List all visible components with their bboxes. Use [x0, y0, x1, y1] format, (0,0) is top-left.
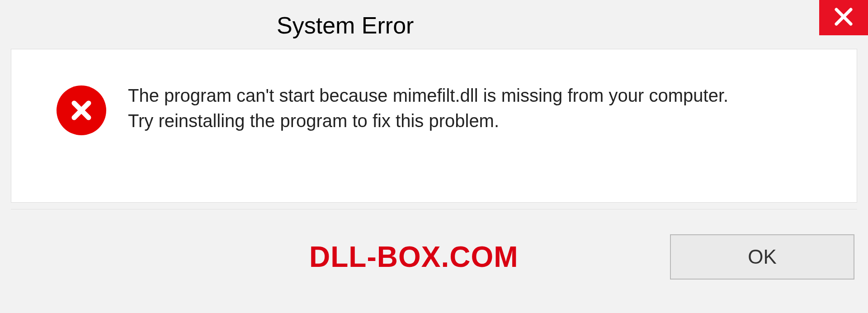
titlebar: System Error: [0, 0, 868, 45]
error-message-line1: The program can't start because mimefilt…: [128, 83, 728, 108]
dialog-content: The program can't start because mimefilt…: [11, 49, 857, 203]
close-button[interactable]: [819, 0, 868, 35]
window-title: System Error: [277, 12, 414, 39]
close-icon: [834, 7, 854, 28]
error-message: The program can't start because mimefilt…: [128, 83, 728, 133]
brand-watermark: DLL-BOX.COM: [309, 240, 519, 274]
ok-button[interactable]: OK: [670, 234, 854, 280]
error-message-line2: Try reinstalling the program to fix this…: [128, 108, 728, 133]
dialog-footer: DLL-BOX.COM OK: [11, 209, 857, 304]
error-icon: [57, 85, 106, 135]
